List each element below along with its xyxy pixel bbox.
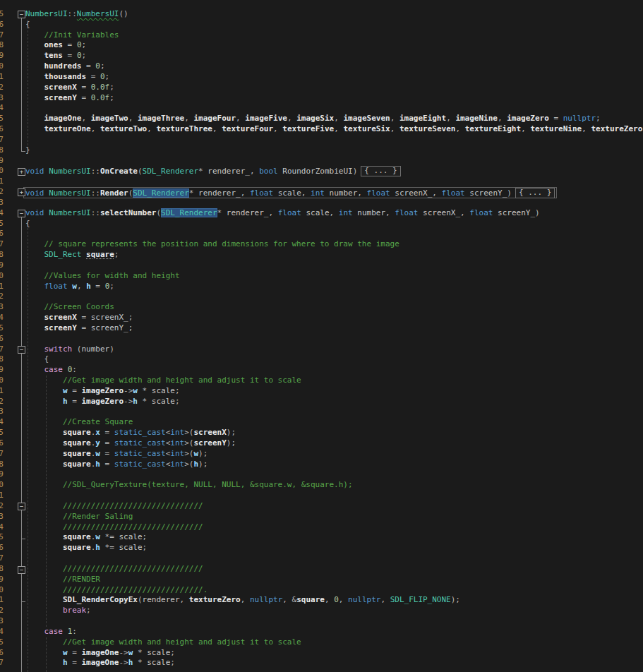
code-line[interactable]: case 0: bbox=[25, 365, 643, 376]
code-area[interactable]: NumbersUI::NumbersUI(){ //Init Variables… bbox=[25, 9, 643, 668]
code-line[interactable] bbox=[25, 334, 643, 344]
code-line[interactable]: //Get image width and height and adjust … bbox=[25, 637, 643, 648]
code-token bbox=[25, 637, 63, 647]
fold-collapse-icon[interactable]: − bbox=[18, 346, 25, 354]
fold-collapse-icon[interactable]: − bbox=[18, 503, 25, 510]
fold-expand-icon[interactable]: + bbox=[18, 188, 25, 196]
collapsed-region-box[interactable]: { ... } bbox=[361, 166, 400, 176]
code-token bbox=[63, 365, 68, 374]
code-line[interactable] bbox=[25, 135, 643, 145]
code-line[interactable]: { bbox=[25, 219, 643, 229]
code-editor[interactable]: 5678910111213141516171819202122232425262… bbox=[0, 0, 643, 672]
code-line[interactable]: //Create Square bbox=[25, 417, 643, 428]
code-line[interactable]: switch (number) bbox=[25, 344, 643, 355]
line-number: 9 bbox=[0, 51, 4, 61]
code-token: , bbox=[385, 208, 395, 217]
code-line[interactable]: w = imageZero->w * scale; bbox=[25, 386, 643, 397]
line-number: 21 bbox=[0, 176, 4, 187]
code-line[interactable]: screenX = screenX_; bbox=[25, 313, 643, 323]
code-token: w bbox=[63, 386, 68, 395]
code-token: //Render Saling bbox=[63, 512, 133, 521]
code-token: , bbox=[432, 188, 441, 198]
line-number: 47 bbox=[0, 449, 4, 460]
code-line[interactable]: //////////////////////////////. bbox=[25, 585, 643, 596]
code-line[interactable]: break; bbox=[25, 606, 643, 616]
code-token bbox=[25, 595, 63, 604]
code-line[interactable]: screenY = screenY_; bbox=[25, 323, 643, 334]
code-line[interactable]: case 1: bbox=[25, 627, 643, 637]
code-line[interactable]: NumbersUI::NumbersUI() bbox=[25, 9, 643, 20]
code-line[interactable]: textureOne, textureTwo, textureThree, te… bbox=[25, 124, 643, 135]
highlighted-symbol: SDL_Renderer bbox=[161, 208, 217, 217]
code-token bbox=[25, 585, 63, 594]
code-line[interactable] bbox=[25, 198, 643, 208]
code-line[interactable]: SDL_RenderCopyEx(renderer, textureZero, … bbox=[25, 595, 643, 606]
code-token bbox=[25, 480, 63, 489]
code-line[interactable] bbox=[25, 491, 643, 501]
code-line[interactable]: void NumbersUI::Render(SDL_Renderer* ren… bbox=[25, 187, 643, 198]
code-token: , bbox=[77, 282, 86, 291]
code-line[interactable]: //Values for width and height bbox=[25, 271, 643, 282]
code-line[interactable]: square.y = static_cast<int>(screenY); bbox=[25, 438, 643, 449]
code-line[interactable]: //SDL_QueryTexture(texture, NULL, NULL, … bbox=[25, 480, 643, 491]
code-line[interactable] bbox=[25, 469, 643, 480]
code-line[interactable]: ////////////////////////////// bbox=[25, 564, 643, 575]
code-token: imageTwo bbox=[91, 114, 128, 123]
code-line[interactable]: ////////////////////////////// bbox=[25, 501, 643, 512]
code-token: * bbox=[138, 397, 152, 406]
line-number: 26 bbox=[0, 229, 4, 239]
code-line[interactable] bbox=[25, 553, 643, 564]
code-line[interactable]: } bbox=[25, 145, 643, 156]
code-line[interactable]: screenY = 0.0f; bbox=[25, 93, 643, 104]
code-line[interactable]: void NumbersUI::selectNumber(SDL_Rendere… bbox=[25, 208, 643, 219]
code-line[interactable] bbox=[25, 260, 643, 271]
code-line[interactable]: ////////////////////////////// bbox=[25, 522, 643, 533]
line-number: 31 bbox=[0, 282, 4, 292]
code-token bbox=[25, 386, 63, 395]
code-token: = bbox=[549, 114, 563, 123]
code-line[interactable]: imageOne, imageTwo, imageThree, imageFou… bbox=[25, 114, 643, 124]
fold-collapse-icon[interactable]: − bbox=[18, 210, 25, 217]
code-line[interactable]: thousands = 0; bbox=[25, 72, 643, 83]
code-line[interactable] bbox=[25, 616, 643, 627]
code-line[interactable]: { bbox=[25, 20, 643, 30]
code-line[interactable]: square.w = static_cast<int>(w); bbox=[25, 449, 643, 460]
code-line[interactable]: ones = 0; bbox=[25, 40, 643, 51]
line-number: 29 bbox=[0, 260, 4, 271]
code-line[interactable]: screenX = 0.0f; bbox=[25, 83, 643, 93]
code-token: , bbox=[330, 208, 339, 217]
code-token: = bbox=[100, 449, 114, 458]
code-line[interactable]: //RENDER bbox=[25, 575, 643, 585]
code-line[interactable]: float w, h = 0; bbox=[25, 282, 643, 292]
code-line[interactable]: w = imageOne->w * scale; bbox=[25, 648, 643, 659]
code-line[interactable] bbox=[25, 292, 643, 302]
fold-collapse-icon[interactable]: − bbox=[18, 566, 25, 574]
code-line[interactable]: square.h *= scale; bbox=[25, 543, 643, 553]
code-line[interactable]: // square represents the position and di… bbox=[25, 239, 643, 250]
collapsed-region-box[interactable]: { ... } bbox=[515, 188, 555, 198]
code-line[interactable] bbox=[25, 407, 643, 417]
code-line[interactable]: //Init Variables bbox=[25, 30, 643, 41]
code-line[interactable] bbox=[25, 229, 643, 239]
code-line[interactable]: hundreds = 0; bbox=[25, 61, 643, 72]
code-line[interactable]: void NumbersUI::OnCreate(SDL_Renderer* r… bbox=[25, 166, 643, 176]
code-line[interactable]: square.x = static_cast<int>(screenX); bbox=[25, 428, 643, 438]
code-line[interactable]: square.h = static_cast<int>(h); bbox=[25, 460, 643, 470]
code-line[interactable]: //Screen Coords bbox=[25, 302, 643, 313]
code-line[interactable]: h = imageZero->h * scale; bbox=[25, 397, 643, 407]
code-line[interactable]: { bbox=[25, 354, 643, 365]
fold-expand-icon[interactable]: + bbox=[18, 168, 25, 176]
code-token: NumbersUI bbox=[25, 9, 68, 18]
fold-region-line-selectnumber bbox=[21, 217, 22, 672]
code-token: void bbox=[25, 208, 44, 217]
code-line[interactable]: tens = 0; bbox=[25, 51, 643, 61]
fold-collapse-icon[interactable]: − bbox=[18, 11, 25, 18]
code-line[interactable]: SDL_Rect square; bbox=[25, 250, 643, 260]
code-line[interactable] bbox=[25, 176, 643, 187]
code-line[interactable] bbox=[25, 103, 643, 114]
code-line[interactable]: h = imageOne->h * scale; bbox=[25, 658, 643, 668]
code-line[interactable]: //Get image width and height and adjust … bbox=[25, 376, 643, 386]
code-line[interactable] bbox=[25, 156, 643, 167]
code-line[interactable]: square.w *= scale; bbox=[25, 532, 643, 543]
code-line[interactable]: //Render Saling bbox=[25, 512, 643, 522]
